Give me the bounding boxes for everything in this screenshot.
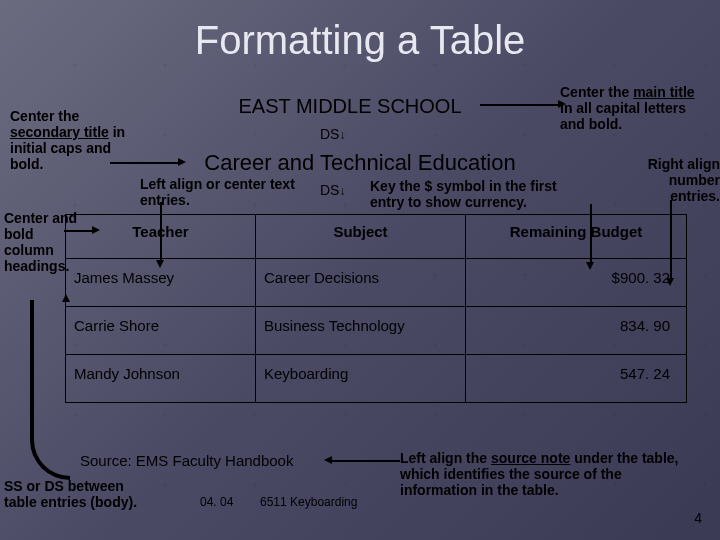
ds-label-2: DS↓ [320,182,345,198]
callout-secondary-title: Center the secondary title in initial ca… [10,108,130,172]
table-row: James Massey Career Decisions $900. 32 [66,259,687,307]
cell-teacher: James Massey [66,259,256,307]
table-row: Carrie Shore Business Technology 834. 90 [66,307,687,355]
table-row: Mandy Johnson Keyboarding 547. 24 [66,355,687,403]
cell-subject: Keyboarding [256,355,466,403]
cell-teacher: Mandy Johnson [66,355,256,403]
col-header-subject: Subject [256,215,466,259]
slide-title: Formatting a Table [0,18,720,63]
main-title: EAST MIDDLE SCHOOL [200,95,500,118]
callout-right-align: Right align number entries. [640,156,720,204]
table-header-row: Teacher Subject Remaining Budget [66,215,687,259]
footer-date: 04. 04 [200,495,233,509]
cell-subject: Career Decisions [256,259,466,307]
callout-main-title: Center the main title in all capital let… [560,84,710,132]
callout-left-align: Left align or center text entries. [140,176,310,208]
secondary-title: Career and Technical Education [130,150,590,176]
callout-spacing: SS or DS between table entries (body). [4,478,144,510]
ds-label-1: DS↓ [320,126,345,142]
cell-budget: $900. 32 [466,259,687,307]
page-number: 4 [694,510,702,526]
col-header-teacher: Teacher [66,215,256,259]
col-header-budget: Remaining Budget [466,215,687,259]
cell-subject: Business Technology [256,307,466,355]
cell-teacher: Carrie Shore [66,307,256,355]
callout-source-note: Left align the source note under the tab… [400,450,700,498]
cell-budget: 547. 24 [466,355,687,403]
cell-budget: 834. 90 [466,307,687,355]
budget-table: Teacher Subject Remaining Budget James M… [65,214,687,403]
footer-course: 6511 Keyboarding [260,495,357,509]
source-note: Source: EMS Faculty Handbook [80,452,293,469]
callout-currency: Key the $ symbol in the first entry to s… [370,178,590,210]
